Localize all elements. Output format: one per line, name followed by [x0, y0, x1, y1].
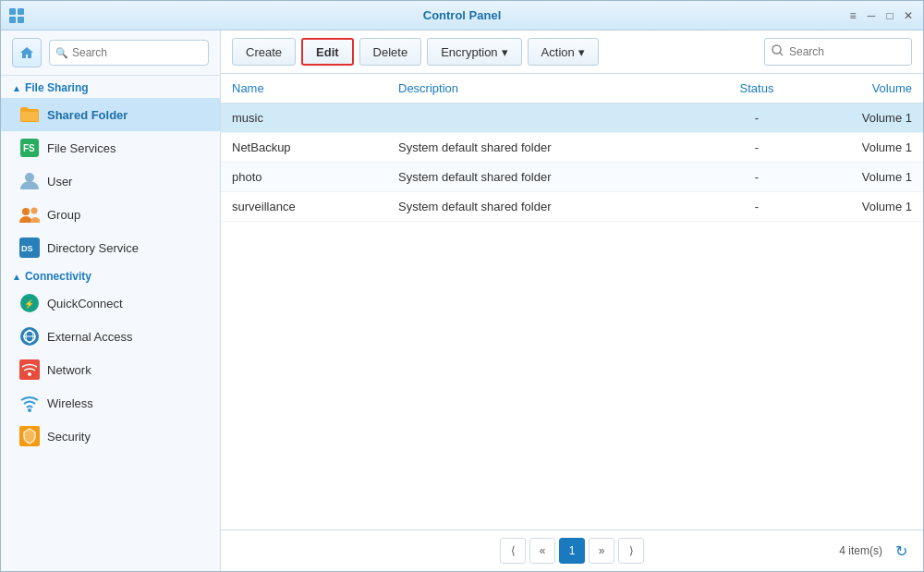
svg-rect-1 [18, 8, 24, 15]
col-header-description[interactable]: Description [387, 74, 701, 103]
sidebar-search-wrap: 🔍 [49, 40, 209, 66]
title-bar-left [8, 7, 25, 24]
sidebar-search-input[interactable] [49, 40, 209, 66]
close-button[interactable]: ✕ [901, 8, 916, 23]
sidebar-header: 🔍 [1, 30, 220, 76]
sidebar-item-network[interactable]: Network [1, 353, 220, 386]
security-icon [19, 426, 40, 446]
svg-text:FS: FS [23, 143, 35, 153]
sidebar-item-external-access[interactable]: External Access [1, 320, 220, 353]
maximize-button[interactable]: □ [882, 8, 897, 23]
cell-name: surveillance [221, 192, 387, 222]
sidebar-item-quickconnect-label: QuickConnect [47, 297, 123, 310]
edit-button[interactable]: Edit [301, 38, 354, 66]
toolbar-search-input[interactable] [764, 38, 912, 66]
svg-point-22 [772, 45, 781, 54]
table-row[interactable]: NetBackup System default shared folder -… [221, 133, 923, 163]
main-area: 🔍 ▲ File Sharing Shared Folder [1, 30, 923, 571]
home-button[interactable] [12, 38, 42, 67]
user-icon [19, 171, 40, 191]
sidebar-item-security[interactable]: Security [1, 420, 220, 453]
title-bar: Control Panel ≡ ─ □ ✕ [1, 1, 923, 30]
svg-point-8 [22, 208, 30, 215]
col-header-name[interactable]: Name [221, 74, 387, 103]
cell-volume: Volume 1 [812, 163, 923, 192]
sidebar: 🔍 ▲ File Sharing Shared Folder [1, 30, 221, 571]
encryption-button[interactable]: Encryption ▾ [427, 38, 521, 66]
control-panel-window: Control Panel ≡ ─ □ ✕ 🔍 [0, 0, 924, 572]
sidebar-item-group-label: Group [47, 208, 80, 222]
section-connectivity-label: Connectivity [25, 270, 91, 283]
sidebar-item-quickconnect[interactable]: ⚡ QuickConnect [1, 286, 220, 320]
action-dropdown-icon: ▾ [578, 45, 585, 59]
next-page-button[interactable]: » [589, 538, 614, 564]
create-button[interactable]: Create [232, 38, 296, 66]
cell-description: System default shared folder [387, 133, 701, 163]
sidebar-item-shared-folder-label: Shared Folder [47, 108, 128, 122]
col-header-status[interactable]: Status [701, 74, 812, 103]
sidebar-item-file-services[interactable]: FS File Services [1, 131, 220, 164]
cell-status: - [701, 133, 812, 163]
sidebar-item-directory-service-label: Directory Service [47, 241, 139, 255]
table-row[interactable]: surveillance System default shared folde… [221, 192, 923, 222]
toolbar: Create Edit Delete Encryption ▾ Action ▾ [221, 30, 923, 74]
pagination: ⟨ « 1 » ⟩ 4 item(s) ↻ [221, 529, 923, 571]
sidebar-item-directory-service[interactable]: DS Directory Service [1, 231, 220, 264]
app-icon [8, 7, 25, 24]
toolbar-search-icon [772, 44, 784, 59]
svg-point-7 [25, 173, 34, 182]
cell-volume: Volume 1 [812, 133, 923, 163]
cell-volume: Volume 1 [812, 103, 923, 133]
last-page-button[interactable]: ⟩ [618, 538, 644, 564]
cell-description [387, 103, 701, 133]
encryption-label: Encryption [441, 45, 497, 59]
table-row[interactable]: photo System default shared folder - Vol… [221, 163, 923, 192]
sidebar-item-security-label: Security [47, 430, 91, 444]
col-header-volume[interactable]: Volume [812, 74, 923, 103]
table-row[interactable]: music - Volume 1 [221, 103, 923, 133]
window-controls: ≡ ─ □ ✕ [845, 8, 916, 23]
svg-line-23 [780, 53, 783, 55]
cell-name: NetBackup [221, 133, 387, 163]
group-icon [19, 204, 40, 225]
cell-status: - [701, 192, 812, 222]
sidebar-search-icon: 🔍 [55, 47, 68, 59]
prev-page-button[interactable]: « [529, 538, 555, 564]
sidebar-item-wireless-label: Wireless [47, 396, 93, 410]
table-area: Name Description Status Volume music - V… [221, 74, 923, 529]
folder-icon [19, 104, 40, 125]
menu-button[interactable]: ≡ [845, 8, 860, 23]
svg-rect-2 [9, 17, 16, 23]
chevron-up-icon: ▲ [12, 272, 21, 282]
cell-name: music [221, 103, 387, 133]
sidebar-item-shared-folder[interactable]: Shared Folder [1, 98, 220, 131]
content-area: Create Edit Delete Encryption ▾ Action ▾ [221, 30, 923, 571]
section-file-sharing[interactable]: ▲ File Sharing [1, 76, 220, 98]
svg-point-19 [28, 372, 31, 376]
svg-point-9 [31, 208, 38, 214]
directory-icon: DS [19, 237, 40, 258]
current-page-button[interactable]: 1 [559, 538, 585, 564]
sidebar-item-external-access-label: External Access [47, 330, 133, 344]
cell-status: - [701, 163, 812, 192]
table-body: music - Volume 1 NetBackup System defaul… [221, 103, 923, 222]
delete-button[interactable]: Delete [359, 38, 422, 66]
shared-folder-table: Name Description Status Volume music - V… [221, 74, 923, 222]
first-page-button[interactable]: ⟨ [500, 538, 526, 564]
cell-description: System default shared folder [387, 192, 701, 222]
external-access-icon [19, 326, 40, 347]
file-services-icon: FS [19, 138, 40, 158]
minimize-button[interactable]: ─ [864, 8, 879, 23]
sidebar-item-user[interactable]: User [1, 164, 220, 198]
action-button[interactable]: Action ▾ [528, 38, 599, 66]
action-label: Action [541, 45, 575, 59]
sidebar-item-group[interactable]: Group [1, 198, 220, 231]
wireless-icon [19, 393, 40, 413]
section-connectivity[interactable]: ▲ Connectivity [1, 264, 220, 286]
network-icon [19, 359, 40, 380]
svg-text:⚡: ⚡ [24, 298, 35, 310]
svg-rect-18 [19, 359, 40, 380]
cell-volume: Volume 1 [812, 192, 923, 222]
sidebar-item-wireless[interactable]: Wireless [1, 386, 220, 420]
refresh-button[interactable]: ↻ [890, 540, 912, 562]
